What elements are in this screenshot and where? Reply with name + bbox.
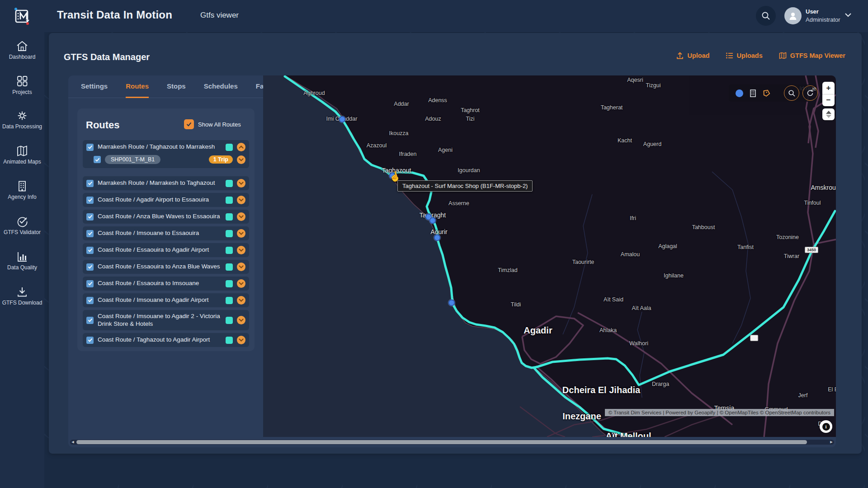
tab-schedules[interactable]: Schedules (204, 75, 238, 98)
user-avatar[interactable] (784, 7, 802, 24)
route-expand-button[interactable] (237, 179, 245, 188)
tab-stops[interactable]: Stops (167, 75, 186, 98)
route-expand-button[interactable] (237, 296, 245, 305)
route-color-swatch[interactable] (226, 317, 233, 324)
stop-marker[interactable] (339, 116, 346, 123)
show-all-routes-toggle[interactable]: Show All Routes (184, 119, 241, 129)
tab-settings[interactable]: Settings (81, 75, 108, 98)
route-checkbox[interactable] (86, 230, 94, 237)
pitch-control[interactable] (822, 108, 835, 120)
zoom-out-button[interactable]: − (822, 94, 835, 107)
route-name: Coast Route / Imsouane to Agadir Airport (98, 296, 222, 304)
sidebar-item-projects[interactable]: Projects (0, 75, 44, 95)
map-search-button[interactable] (784, 85, 799, 101)
route-checkbox[interactable] (86, 337, 94, 344)
shape-row[interactable]: SHP001_T-M_B11 Trip (83, 154, 249, 168)
route-color-swatch[interactable] (226, 337, 233, 344)
route-expand-button[interactable] (237, 196, 245, 204)
route-expand-button[interactable] (237, 279, 245, 288)
stop-marker[interactable] (434, 235, 441, 241)
tab-routes[interactable]: Routes (126, 75, 149, 98)
card-actions: Upload Uploads GTFS Map Viewer (676, 52, 845, 59)
uploads-button[interactable]: Uploads (726, 52, 763, 59)
sidebar-item-gtfs-download[interactable]: GTFS Download (0, 286, 44, 306)
route-expand-button[interactable] (237, 246, 245, 254)
gear-icon (16, 110, 28, 122)
stop-marker[interactable] (448, 300, 455, 306)
shape-expand-button[interactable] (237, 155, 245, 164)
gtfs-data-manager-card: GTFS Data Manager Upload Uploads (49, 33, 862, 454)
route-color-swatch[interactable] (226, 213, 233, 221)
route-row[interactable]: Coast Route / Anza Blue Waves to Essaoui… (83, 210, 249, 224)
upload-button[interactable]: Upload (676, 52, 709, 59)
sidebar-item-data-quality[interactable]: Data Quality (0, 251, 44, 271)
route-row[interactable]: Coast Route / Agadir Airport to Essaouir… (83, 193, 249, 207)
route-color-swatch[interactable] (226, 197, 233, 204)
show-all-checkbox[interactable] (184, 119, 194, 129)
zoom-in-button[interactable]: + (822, 82, 835, 94)
route-checkbox[interactable] (86, 297, 94, 304)
stop-tooltip: Taghazout - Surf Maroc Shop (B1F-MR-stop… (397, 180, 533, 192)
route-checkbox[interactable] (86, 247, 94, 254)
routes-heading: Routes (86, 119, 120, 131)
routes-panel: Routes Show All Routes Marrakesh Route /… (77, 108, 255, 351)
route-checkbox[interactable] (86, 280, 94, 287)
route-checkbox[interactable] (86, 144, 94, 151)
sidebar-item-agency-info[interactable]: Agency Info (0, 180, 44, 200)
stops-layer-toggle-icon[interactable] (736, 89, 743, 97)
route-expand-button[interactable] (237, 316, 245, 324)
user-role: Administrator (806, 16, 840, 23)
route-row[interactable]: Coast Route / Essaouira to Agadir Airpor… (83, 243, 249, 257)
route-color-swatch[interactable] (226, 180, 233, 187)
route-expand-button[interactable] (237, 229, 245, 238)
route-expand-button[interactable] (237, 336, 245, 344)
sidebar-item-animated-maps[interactable]: Animated Maps (0, 145, 44, 165)
route-checkbox[interactable] (86, 197, 94, 204)
bar-chart-icon (16, 251, 28, 263)
route-checkbox[interactable] (86, 180, 94, 187)
route-checkbox[interactable] (86, 317, 94, 324)
route-checkbox[interactable] (86, 213, 94, 221)
scroll-left-arrow[interactable]: ◄ (70, 440, 75, 445)
scrollbar-track[interactable]: ◄ ► (70, 440, 834, 445)
scrollbar-thumb[interactable] (76, 440, 807, 444)
user-menu-chevron-icon[interactable] (844, 13, 852, 17)
road-shield (750, 335, 758, 341)
route-row[interactable]: Coast Route / Imsouane to Essaouira (83, 226, 249, 240)
route-expand-button[interactable] (237, 212, 245, 221)
route-color-swatch[interactable] (226, 280, 233, 287)
route-row[interactable]: Coast Route / Taghazout to Agadir Airpor… (83, 333, 249, 347)
route-expand-button[interactable] (237, 263, 245, 271)
header-search-button[interactable] (756, 6, 776, 26)
route-expand-button[interactable] (237, 143, 245, 151)
shape-checkbox[interactable] (94, 156, 101, 163)
route-color-swatch[interactable] (226, 247, 233, 254)
sidebar-item-gtfs-validator[interactable]: GTFS Validator (0, 216, 44, 235)
route-row[interactable]: Coast Route / Essaouira to Imsouane (83, 277, 249, 291)
route-row[interactable]: Coast Route / Essaouira to Anza Blue Wav… (83, 260, 249, 274)
sidebar-item-data-processing[interactable]: Data Processing (0, 110, 44, 130)
shape-id-pill[interactable]: SHP001_T-M_B1 (105, 155, 160, 164)
sidebar-item-dashboard[interactable]: Dashboard (0, 40, 44, 60)
main-content: GTFS Data Manager Upload Uploads (44, 32, 868, 488)
route-row[interactable]: Coast Route / Imsouane to Agadir 2 - Vic… (83, 310, 249, 330)
route-row[interactable]: Marrakesh Route / Marrakesh to Taghazout (83, 176, 249, 190)
map-info-button[interactable]: i (820, 420, 832, 433)
map-viewport[interactable]: AghroudImi OuaddarAddarAdenssTaghrotAdou… (263, 75, 836, 437)
route-row[interactable]: Marrakesh Route / Taghazout to Marrakesh (83, 140, 249, 154)
route-name: Coast Route / Imsouane to Essaouira (98, 230, 222, 237)
app-logo-icon[interactable] (12, 6, 33, 27)
stop-marker[interactable] (429, 217, 436, 224)
route-color-swatch[interactable] (226, 230, 233, 237)
route-row[interactable]: Coast Route / Imsouane to Agadir Airport (83, 293, 249, 307)
map-icon (16, 145, 28, 157)
route-checkbox[interactable] (86, 263, 94, 271)
gtfs-map-viewer-button[interactable]: GTFS Map Viewer (779, 52, 845, 59)
route-color-swatch[interactable] (226, 263, 233, 271)
route-color-swatch[interactable] (226, 297, 233, 304)
route-color-swatch[interactable] (226, 144, 233, 151)
map-refresh-button[interactable] (802, 85, 818, 101)
buildings-layer-icon[interactable] (750, 89, 756, 97)
labels-tag-icon[interactable] (762, 89, 770, 97)
scroll-right-arrow[interactable]: ► (829, 440, 834, 445)
